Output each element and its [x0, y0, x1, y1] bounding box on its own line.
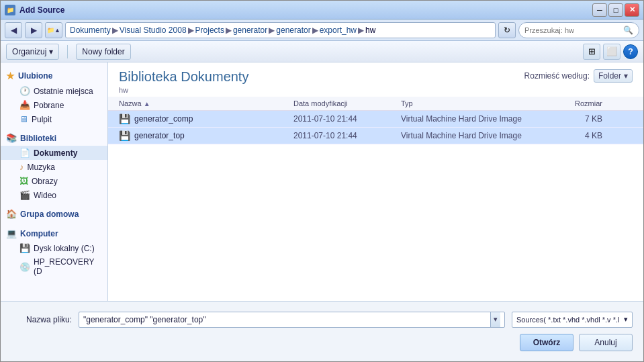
sort-chevron-icon: ▾: [624, 71, 628, 81]
sidebar-item-ostatnie[interactable]: 🕐 Ostatnie miejsca: [1, 84, 107, 98]
help-button[interactable]: ?: [623, 44, 638, 59]
sidebar-section-header-ulubione[interactable]: ★ Ulubione: [1, 68, 107, 84]
title-bar: 📁 Add Source ─ □ ✕: [1, 1, 643, 19]
filename-dropdown-button[interactable]: ▾: [490, 312, 500, 327]
download-icon: 📥: [19, 100, 30, 110]
file-row-generator-top[interactable]: 💾 generator_top 2011-07-10 21:44 Virtual…: [108, 128, 643, 144]
minimize-button[interactable]: ─: [592, 3, 607, 17]
breadcrumb-item-exporthw[interactable]: export_hw: [320, 26, 357, 35]
sidebar-item-diskc[interactable]: 💾 Dysk lokalny (C:): [1, 241, 107, 255]
sidebar-item-wideo[interactable]: 🎬 Wideo: [1, 188, 107, 202]
sidebar-item-label-obrazy: Obrazy: [32, 177, 58, 186]
sidebar-item-label-dokumenty: Dokumenty: [34, 148, 77, 158]
sort-control: Rozmieść według: Folder ▾: [524, 69, 633, 83]
desktop-icon: 🖥: [19, 114, 28, 124]
sort-label: Rozmieść według:: [524, 71, 590, 81]
toolbar: Organizuj ▾ Nowy folder ⊞ ⬜ ?: [1, 41, 643, 62]
window-title: Add Source: [19, 5, 592, 15]
col-header-name[interactable]: Nazwa ▲: [119, 99, 293, 107]
breadcrumb-item-hw[interactable]: hw: [365, 26, 375, 35]
video-icon: 🎬: [19, 190, 30, 200]
col-header-date[interactable]: Data modyfikacji: [293, 99, 401, 107]
breadcrumb-item-generator2[interactable]: generator: [276, 26, 310, 35]
sidebar-item-recovery[interactable]: 💿 HP_RECOVERY (D: [1, 255, 107, 278]
buttons-row: Otwórz Anuluj: [11, 334, 633, 351]
organize-button[interactable]: Organizuj ▾: [6, 44, 59, 60]
sort-dropdown[interactable]: Folder ▾: [594, 69, 633, 83]
home-icon: 🏠: [6, 209, 17, 219]
close-button[interactable]: ✕: [625, 3, 639, 17]
breadcrumb-item-vs[interactable]: Visual Studio 2008: [120, 26, 187, 35]
filename-input[interactable]: [83, 315, 490, 324]
search-icon[interactable]: 🔍: [623, 26, 633, 35]
refresh-button[interactable]: ↻: [498, 22, 516, 38]
sort-up-icon: ▲: [144, 100, 150, 107]
recovery-icon: 💿: [19, 262, 30, 272]
sidebar-item-label-diskc: Dysk lokalny (C:): [34, 244, 95, 253]
sidebar-section-grupa: 🏠 Grupa domowa: [1, 206, 107, 222]
file-area-subtitle: hw: [119, 86, 248, 94]
breadcrumb[interactable]: Dokumenty ▶ Visual Studio 2008 ▶ Project…: [65, 22, 496, 38]
file-list: 💾 generator_comp 2011-07-10 21:44 Virtua…: [108, 111, 643, 301]
address-bar: ◀ ▶ 📁▲ Dokumenty ▶ Visual Studio 2008 ▶ …: [1, 19, 643, 41]
file-area: Biblioteka Dokumenty hw Rozmieść według:…: [108, 62, 643, 301]
filetype-dropdown[interactable]: Sources( *.txt *.vhd *.vhdl *.v *.l ▾: [512, 312, 633, 328]
file-row-type-2: Virtual Machine Hard Drive Image: [401, 131, 549, 140]
filename-row: Nazwa pliku: ▾ Sources( *.txt *.vhd *.vh…: [11, 312, 633, 328]
new-folder-label: Nowy folder: [82, 47, 124, 56]
sidebar-section-ulubione: ★ Ulubione 🕐 Ostatnie miejsca 📥 Pobrane …: [1, 68, 107, 126]
file-row-name-2: 💾 generator_top: [119, 130, 293, 141]
organize-chevron-icon: ▾: [49, 47, 53, 56]
search-input[interactable]: [524, 26, 620, 34]
back-button[interactable]: ◀: [5, 22, 22, 38]
file-row-generator-comp[interactable]: 💾 generator_comp 2011-07-10 21:44 Virtua…: [108, 111, 643, 128]
sidebar-section-label-grupa: Grupa domowa: [20, 210, 79, 219]
doc-icon: 📄: [19, 148, 30, 158]
sidebar-item-label-pulpit: Pulpit: [32, 115, 52, 124]
col-header-type[interactable]: Typ: [401, 99, 549, 107]
file-title-group: Biblioteka Dokumenty hw: [119, 69, 248, 94]
forward-button[interactable]: ▶: [25, 22, 42, 38]
sidebar-section-header-grupa[interactable]: 🏠 Grupa domowa: [1, 206, 107, 222]
filetype-value: Sources( *.txt *.vhd *.vhdl *.v *.l: [516, 316, 619, 324]
open-button[interactable]: Otwórz: [520, 334, 573, 351]
sidebar-item-obrazy[interactable]: 🖼 Obrazy: [1, 174, 107, 188]
sidebar-item-pulpit[interactable]: 🖥 Pulpit: [1, 112, 107, 126]
window: 📁 Add Source ─ □ ✕ ◀ ▶ 📁▲ Dokumenty ▶ Vi…: [0, 0, 644, 362]
toolbar-right: ⊞ ⬜ ?: [583, 44, 638, 60]
sidebar-section-header-komputer[interactable]: 💻 Komputer: [1, 226, 107, 241]
up-button[interactable]: 📁▲: [45, 22, 62, 38]
sidebar-section-komputer: 💻 Komputer 💾 Dysk lokalny (C:) 💿 HP_RECO…: [1, 226, 107, 278]
view-button[interactable]: ⊞: [583, 44, 600, 60]
search-box[interactable]: 🔍: [518, 22, 639, 38]
sidebar-item-label-wideo: Wideo: [34, 191, 56, 200]
cancel-button[interactable]: Anuluj: [579, 334, 633, 351]
sidebar-section-header-biblioteki[interactable]: 📚 Biblioteki: [1, 130, 107, 146]
file-name-1: generator_comp: [134, 114, 193, 124]
file-row-date-2: 2011-07-10 21:44: [293, 131, 401, 140]
sidebar-item-pobrane[interactable]: 📥 Pobrane: [1, 98, 107, 112]
sidebar-item-dokumenty[interactable]: 📄 Dokumenty: [1, 146, 107, 160]
sidebar-section-label-ulubione: Ulubione: [18, 71, 52, 81]
breadcrumb-item-projects[interactable]: Projects: [195, 26, 224, 35]
toolbar-separator: [67, 45, 68, 58]
filetype-chevron-icon: ▾: [624, 315, 628, 324]
sidebar-item-muzyka[interactable]: ♪ Muzyka: [1, 160, 107, 174]
breadcrumb-item-generator1[interactable]: generator: [233, 26, 267, 35]
breadcrumb-item-dokumenty[interactable]: Dokumenty: [70, 26, 111, 35]
view-button-2[interactable]: ⬜: [603, 44, 620, 60]
sidebar-section-label-biblioteki: Biblioteki: [20, 134, 56, 143]
column-headers: Nazwa ▲ Data modyfikacji Typ Rozmiar: [108, 97, 643, 111]
window-icon: 📁: [5, 5, 15, 15]
file-icon-2: 💾: [119, 130, 130, 141]
new-folder-button[interactable]: Nowy folder: [76, 44, 130, 60]
drive-icon: 💾: [19, 243, 30, 253]
col-header-size[interactable]: Rozmiar: [549, 99, 602, 107]
image-icon: 🖼: [19, 176, 28, 186]
sidebar-item-label-recovery: HP_RECOVERY (D: [34, 257, 102, 276]
clock-icon: 🕐: [19, 86, 30, 96]
maximize-button[interactable]: □: [608, 3, 623, 17]
filename-input-container[interactable]: ▾: [79, 312, 505, 328]
file-name-2: generator_top: [134, 131, 185, 140]
filename-label: Nazwa pliku:: [11, 315, 72, 324]
